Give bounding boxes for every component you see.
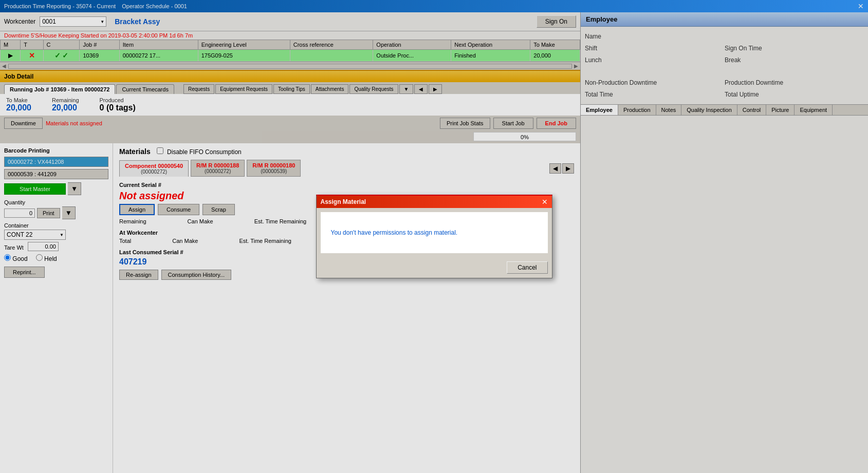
modal-footer: Cancel	[317, 257, 552, 278]
modal-body: You don't have permissions to assign mat…	[321, 212, 548, 253]
modal-message: You don't have permissions to assign mat…	[331, 229, 458, 236]
modal-close-button[interactable]: ✕	[542, 198, 548, 206]
modal-overlay: Assign Material ✕ You don't have permiss…	[0, 0, 868, 473]
assign-material-dialog: Assign Material ✕ You don't have permiss…	[316, 195, 552, 278]
modal-title: Assign Material	[321, 198, 366, 205]
modal-titlebar: Assign Material ✕	[317, 196, 552, 208]
modal-cancel-button[interactable]: Cancel	[507, 261, 547, 274]
